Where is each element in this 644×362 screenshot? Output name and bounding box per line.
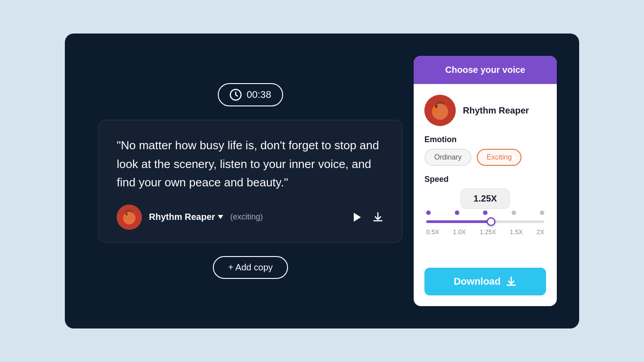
dropdown-arrow-icon: [218, 215, 223, 219]
speed-display: 1.25X: [424, 189, 546, 209]
left-panel: 00:38 "No matter how busy life is, don't…: [87, 83, 414, 279]
play-icon: [350, 211, 363, 223]
speed-label-2: 1.25X: [480, 228, 496, 236]
voice-row: Rhythm Reaper (exciting): [117, 205, 384, 230]
avatar-small: [117, 205, 142, 230]
voice-emotion-tag: (exciting): [230, 212, 263, 222]
download-icon: [505, 276, 517, 287]
speed-dot-1: [426, 210, 431, 215]
main-container: 00:38 "No matter how busy life is, don't…: [65, 34, 579, 328]
exciting-button[interactable]: Exciting: [477, 149, 521, 166]
voice-profile-name: Rhythm Reaper: [463, 105, 529, 116]
emotion-label: Emotion: [424, 135, 546, 144]
download-label: Download: [453, 276, 500, 287]
svg-rect-4: [126, 213, 127, 215]
speed-label-1: 1.0X: [453, 228, 466, 236]
add-copy-button[interactable]: + Add copy: [213, 256, 288, 279]
voice-selector[interactable]: Rhythm Reaper: [149, 212, 223, 222]
voice-actions: [350, 211, 384, 223]
speed-dots: [426, 210, 544, 215]
speed-thumb[interactable]: [487, 217, 496, 226]
emotion-buttons: Ordinary Exciting: [424, 149, 546, 166]
speed-label-4: 2X: [537, 228, 544, 236]
speed-dot-2: [455, 210, 459, 215]
download-small-icon: [372, 211, 384, 223]
speed-section: Speed 1.25X: [424, 175, 546, 236]
panel-body: Rhythm Reaper Emotion Ordinary Exciting …: [414, 84, 557, 306]
speed-fill: [426, 220, 491, 223]
svg-rect-10: [435, 105, 437, 108]
speed-slider-container: 0.5X 1.0X 1.25X 1.5X 2X: [424, 210, 546, 236]
download-small-button[interactable]: [372, 211, 384, 223]
timer-display: 00:38: [246, 89, 271, 101]
quote-card: "No matter how busy life is, don't forge…: [98, 120, 402, 243]
emotion-section: Emotion Ordinary Exciting: [424, 135, 546, 166]
timer-badge: 00:38: [218, 83, 283, 106]
add-copy-label: + Add copy: [228, 262, 273, 273]
panel-header: Choose your voice: [414, 56, 557, 84]
panel-header-label: Choose your voice: [445, 65, 525, 75]
right-panel: Choose your voice Rhythm Re: [414, 56, 557, 306]
speed-dot-4: [512, 210, 516, 215]
speed-dot-3: [483, 210, 487, 215]
speed-label: Speed: [424, 175, 546, 184]
avatar-large: [424, 95, 456, 126]
voice-name-label: Rhythm Reaper: [149, 212, 215, 222]
speed-track: [426, 220, 544, 223]
play-button[interactable]: [350, 211, 363, 223]
speed-label-3: 1.5X: [510, 228, 523, 236]
voice-profile: Rhythm Reaper: [424, 95, 546, 126]
quote-text: "No matter how busy life is, don't forge…: [117, 136, 384, 192]
svg-marker-6: [354, 213, 361, 222]
ordinary-button[interactable]: Ordinary: [424, 149, 471, 166]
speed-labels: 0.5X 1.0X 1.25X 1.5X 2X: [426, 228, 544, 236]
speed-label-0: 0.5X: [426, 228, 439, 236]
speed-badge: 1.25X: [461, 189, 510, 209]
speed-dot-5: [540, 210, 544, 215]
download-button[interactable]: Download: [424, 268, 546, 295]
clock-icon: [229, 88, 242, 101]
